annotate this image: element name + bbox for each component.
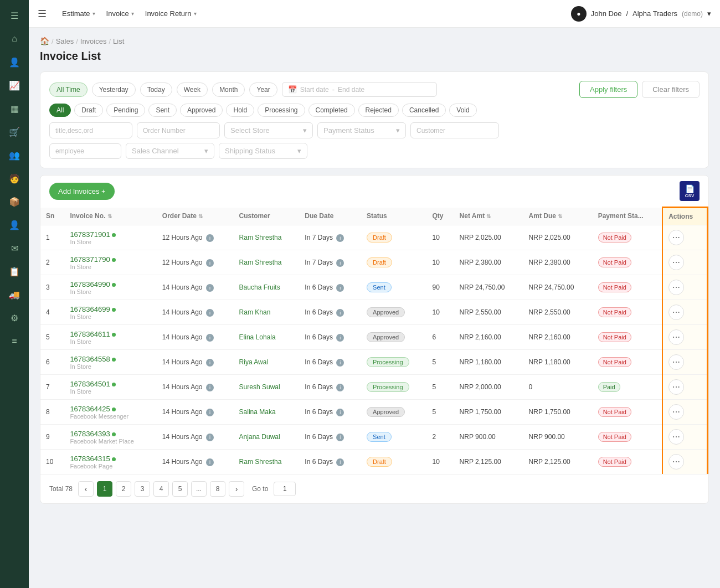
page-btn-4[interactable]: 4: [153, 481, 169, 497]
apply-filters-button[interactable]: Apply filters: [579, 81, 637, 98]
date-btn-alltime[interactable]: All Time: [49, 82, 88, 97]
shipping-status-select[interactable]: Shipping Status ▾: [219, 143, 307, 159]
due-info-icon[interactable]: i: [336, 259, 344, 267]
date-btn-yesterday[interactable]: Yesterday: [92, 82, 136, 97]
invoice-number-link[interactable]: 1678371790: [70, 255, 151, 264]
actions-menu-button[interactable]: ⋯: [668, 404, 684, 420]
invoice-number-link[interactable]: 1678364315: [70, 455, 151, 463]
goto-input[interactable]: [274, 482, 296, 496]
due-info-icon[interactable]: i: [336, 284, 344, 292]
order-info-icon[interactable]: i: [206, 434, 214, 441]
due-info-icon[interactable]: i: [336, 334, 344, 342]
invoice-number-link[interactable]: 1678364699: [70, 305, 151, 313]
due-info-icon[interactable]: i: [336, 234, 344, 242]
order-info-icon[interactable]: i: [206, 359, 214, 367]
order-info-icon[interactable]: i: [206, 259, 214, 267]
page-btn-5[interactable]: 5: [172, 481, 188, 497]
home-icon[interactable]: 🏠: [40, 37, 49, 45]
sales-channel-select[interactable]: Sales Channel ▾: [126, 143, 214, 159]
due-info-icon[interactable]: i: [336, 359, 344, 367]
status-btn-cancelled[interactable]: Cancelled: [402, 104, 446, 117]
invoice-number-link[interactable]: 1678364611: [70, 330, 151, 338]
hamburger-icon[interactable]: ☰: [38, 8, 47, 20]
date-btn-today[interactable]: Today: [140, 82, 172, 97]
sidebar-icon-person[interactable]: 🧑: [4, 168, 24, 188]
status-btn-processing[interactable]: Processing: [258, 104, 305, 117]
due-info-icon[interactable]: i: [336, 409, 344, 416]
order-number-input[interactable]: [137, 122, 220, 138]
add-invoices-button[interactable]: Add Invoices +: [49, 183, 115, 200]
order-info-icon[interactable]: i: [206, 458, 214, 466]
status-btn-rejected[interactable]: Rejected: [358, 104, 399, 117]
col-amt-due[interactable]: Amt Due ⇅: [523, 208, 593, 225]
date-btn-year[interactable]: Year: [249, 82, 277, 97]
title-search-input[interactable]: [49, 122, 132, 138]
page-btn-ellipsis[interactable]: ...: [191, 481, 207, 497]
actions-menu-button[interactable]: ⋯: [668, 230, 684, 245]
actions-menu-button[interactable]: ⋯: [668, 354, 684, 370]
actions-menu-button[interactable]: ⋯: [668, 454, 684, 470]
status-btn-draft[interactable]: Draft: [74, 104, 103, 117]
clear-filters-button[interactable]: Clear filters: [642, 81, 700, 98]
due-info-icon[interactable]: i: [336, 458, 344, 466]
invoice-number-link[interactable]: 1678364393: [70, 430, 151, 438]
status-btn-all[interactable]: All: [49, 104, 71, 117]
sidebar-icon-mail[interactable]: ✉: [4, 238, 24, 258]
actions-menu-button[interactable]: ⋯: [668, 255, 684, 270]
col-invoice-no[interactable]: Invoice No. ⇅: [64, 208, 156, 225]
invoice-number-link[interactable]: 1678364425: [70, 405, 151, 413]
invoice-number-link[interactable]: 1678364990: [70, 280, 151, 288]
actions-menu-button[interactable]: ⋯: [668, 379, 684, 395]
prev-page-button[interactable]: ‹: [78, 481, 94, 497]
nav-invoice[interactable]: Invoice ▾: [106, 9, 134, 18]
status-btn-sent[interactable]: Sent: [148, 104, 177, 117]
sidebar-icon-grid[interactable]: ▦: [4, 99, 24, 118]
col-order-date[interactable]: Order Date ⇅: [157, 208, 234, 225]
order-info-icon[interactable]: i: [206, 309, 214, 317]
page-btn-2[interactable]: 2: [116, 481, 131, 497]
due-info-icon[interactable]: i: [336, 384, 344, 391]
sidebar-icon-menu[interactable]: ☰: [4, 6, 24, 25]
status-btn-hold[interactable]: Hold: [226, 104, 254, 117]
breadcrumb-invoices[interactable]: Invoices: [80, 37, 107, 45]
actions-menu-button[interactable]: ⋯: [668, 280, 684, 295]
sidebar-icon-truck[interactable]: 🚚: [4, 285, 24, 305]
date-btn-week[interactable]: Week: [177, 82, 208, 97]
date-range-picker[interactable]: 📅 Start date - End date: [282, 82, 437, 97]
due-info-icon[interactable]: i: [336, 309, 344, 317]
sidebar-icon-user[interactable]: 👤: [4, 52, 24, 72]
sidebar-icon-user2[interactable]: 👤: [4, 215, 24, 235]
status-btn-completed[interactable]: Completed: [308, 104, 355, 117]
user-menu[interactable]: ● John Doe / Alpha Traders (demo) ▾: [571, 6, 711, 22]
store-select[interactable]: Select Store ▾: [224, 122, 313, 138]
sidebar-icon-lines[interactable]: ≡: [4, 331, 24, 351]
sidebar-icon-list[interactable]: 📋: [4, 261, 24, 281]
order-info-icon[interactable]: i: [206, 284, 214, 292]
actions-menu-button[interactable]: ⋯: [668, 305, 684, 320]
invoice-number-link[interactable]: 1678364501: [70, 380, 151, 388]
date-btn-month[interactable]: Month: [212, 82, 245, 97]
sidebar-icon-chart[interactable]: 📈: [4, 75, 24, 95]
actions-menu-button[interactable]: ⋯: [668, 429, 684, 445]
order-info-icon[interactable]: i: [206, 409, 214, 416]
page-btn-8[interactable]: 8: [210, 481, 225, 497]
sidebar-icon-home[interactable]: ⌂: [4, 29, 24, 49]
customer-input[interactable]: [410, 122, 499, 138]
page-btn-3[interactable]: 3: [135, 481, 150, 497]
invoice-number-link[interactable]: 1678371901: [70, 230, 151, 239]
sidebar-icon-cart[interactable]: 🛒: [4, 122, 24, 142]
nav-estimate[interactable]: Estimate ▾: [62, 9, 95, 18]
sidebar-icon-settings[interactable]: ⚙: [4, 308, 24, 328]
breadcrumb-sales[interactable]: Sales: [56, 37, 74, 45]
employee-input[interactable]: [49, 143, 121, 159]
sidebar-icon-box[interactable]: 📦: [4, 192, 24, 212]
payment-status-select[interactable]: Payment Status ▾: [317, 122, 406, 138]
page-btn-1[interactable]: 1: [97, 481, 112, 497]
csv-export-button[interactable]: 📄 CSV: [680, 181, 700, 201]
status-btn-pending[interactable]: Pending: [106, 104, 145, 117]
sidebar-icon-team[interactable]: 👥: [4, 145, 24, 165]
order-info-icon[interactable]: i: [206, 384, 214, 391]
order-info-icon[interactable]: i: [206, 234, 214, 242]
next-page-button[interactable]: ›: [229, 481, 244, 497]
nav-invoice-return[interactable]: Invoice Return ▾: [145, 9, 197, 18]
